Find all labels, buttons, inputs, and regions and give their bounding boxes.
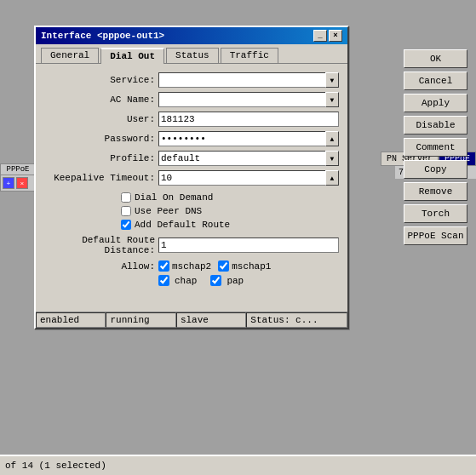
service-input-group: ▼	[158, 72, 339, 88]
default-route-input[interactable]	[158, 238, 339, 253]
comment-button[interactable]: Comment	[404, 138, 467, 157]
pap-label: pap	[227, 276, 244, 286]
default-route-label: Default Route Distance:	[44, 235, 155, 255]
profile-input[interactable]	[158, 151, 325, 166]
acname-input-group: ▼	[158, 92, 339, 107]
profile-dropdown-btn[interactable]: ▼	[325, 151, 339, 166]
keepalive-scroll-btn[interactable]: ▲	[325, 170, 339, 186]
status-slave: slave	[176, 312, 246, 328]
tab-general[interactable]: General	[41, 48, 99, 63]
checkbox-section: Dial On Demand Use Peer DNS Add Default …	[121, 192, 339, 230]
tab-status[interactable]: Status	[166, 48, 219, 63]
keepalive-label: Keepalive Timeout:	[44, 173, 155, 183]
dialog-content: Service: ▼ AC Name: ▼ User: Password:	[36, 63, 347, 295]
acname-input[interactable]	[158, 92, 325, 107]
allow-row-2: chap pap	[158, 275, 339, 286]
dial-on-demand-row: Dial On Demand	[121, 192, 339, 203]
tab-dial-out[interactable]: Dial Out	[100, 48, 164, 64]
title-bar: Interface <pppoe-out1> _ ×	[36, 27, 347, 44]
left-panel-title: PPPoE	[1, 164, 35, 175]
use-peer-dns-checkbox[interactable]	[121, 206, 131, 216]
tab-traffic[interactable]: Traffic	[221, 48, 278, 63]
service-label: Service:	[44, 75, 155, 85]
mschap2-item: mschap2	[158, 260, 211, 272]
add-icon[interactable]: +	[3, 177, 14, 189]
use-peer-dns-label: Use Peer DNS	[135, 206, 202, 216]
allow-checkboxes-1: mschap2 mschap1	[158, 260, 271, 272]
allow-row-1: Allow: mschap2 mschap1	[44, 260, 339, 272]
pap-checkbox[interactable]	[210, 275, 221, 286]
acname-row: AC Name: ▼	[44, 92, 339, 107]
title-bar-buttons: _ ×	[313, 30, 342, 42]
password-input-group: ▲	[158, 131, 339, 146]
dial-on-demand-label: Dial On Demand	[135, 192, 213, 203]
keepalive-row: Keepalive Timeout: ▲	[44, 170, 339, 186]
keepalive-input-group: ▲	[158, 170, 339, 186]
service-input[interactable]	[158, 72, 325, 88]
apply-button[interactable]: Apply	[404, 94, 467, 112]
chap-label: chap	[175, 276, 197, 286]
page-count: of 14 (1 selected)	[5, 461, 106, 471]
cancel-button[interactable]: Cancel	[404, 72, 467, 90]
profile-input-group: ▼	[158, 151, 339, 166]
user-input-group	[158, 112, 339, 127]
add-default-route-row: Add Default Route	[121, 220, 339, 230]
status-running: running	[106, 312, 175, 328]
remove-icon[interactable]: ×	[16, 177, 28, 189]
default-route-row: Default Route Distance:	[44, 235, 339, 255]
password-scroll-btn[interactable]: ▲	[325, 131, 339, 146]
add-default-route-label: Add Default Route	[135, 220, 230, 230]
pppoe-scan-button[interactable]: PPPoE Scan	[404, 226, 467, 245]
mschap1-item: mschap1	[218, 260, 271, 272]
service-dropdown-btn[interactable]: ▼	[325, 72, 339, 88]
copy-button[interactable]: Copy	[404, 160, 467, 179]
use-peer-dns-row: Use Peer DNS	[121, 206, 339, 216]
keepalive-input[interactable]	[158, 170, 325, 186]
service-row: Service: ▼	[44, 72, 339, 88]
pap-item: pap	[210, 275, 244, 286]
ok-button[interactable]: OK	[404, 49, 467, 68]
main-dialog: Interface <pppoe-out1> _ × General Dial …	[34, 26, 349, 329]
password-label: Password:	[44, 134, 155, 144]
mschap1-checkbox[interactable]	[218, 260, 229, 272]
acname-dropdown-btn[interactable]: ▼	[325, 92, 339, 107]
torch-button[interactable]: Torch	[404, 204, 467, 223]
password-row: Password: ▲	[44, 131, 339, 146]
remove-button[interactable]: Remove	[404, 182, 467, 201]
password-input[interactable]	[158, 131, 325, 146]
info-bar: of 14 (1 selected)	[0, 455, 476, 475]
status-enabled: enabled	[36, 312, 106, 328]
mschap2-checkbox[interactable]	[158, 260, 169, 272]
right-button-panel: OK Cancel Apply Disable Comment Copy Rem…	[404, 49, 467, 245]
chap-checkbox[interactable]	[158, 275, 169, 286]
close-button[interactable]: ×	[329, 30, 342, 42]
user-row: User:	[44, 112, 339, 127]
mschap1-label: mschap1	[232, 261, 271, 272]
default-route-input-group	[158, 238, 339, 253]
acname-label: AC Name:	[44, 94, 155, 105]
left-mini-panel: PPPoE + ×	[0, 163, 36, 192]
left-panel-icons: + ×	[1, 175, 35, 191]
user-input[interactable]	[158, 112, 339, 127]
dialog-status-bar: enabled running slave Status: c...	[36, 312, 347, 328]
dialog-title: Interface <pppoe-out1>	[41, 31, 164, 41]
chap-item: chap	[158, 275, 197, 286]
tab-bar: General Dial Out Status Traffic	[36, 44, 347, 63]
dial-on-demand-checkbox[interactable]	[121, 192, 131, 203]
add-default-route-checkbox[interactable]	[121, 220, 131, 230]
profile-row: Profile: ▼	[44, 151, 339, 166]
mschap2-label: mschap2	[172, 261, 211, 272]
disable-button[interactable]: Disable	[404, 116, 467, 134]
minimize-button[interactable]: _	[313, 30, 327, 42]
user-label: User:	[44, 114, 155, 124]
status-detail: Status: c...	[246, 312, 347, 328]
allow-label: Allow:	[44, 261, 155, 272]
profile-label: Profile:	[44, 153, 155, 163]
